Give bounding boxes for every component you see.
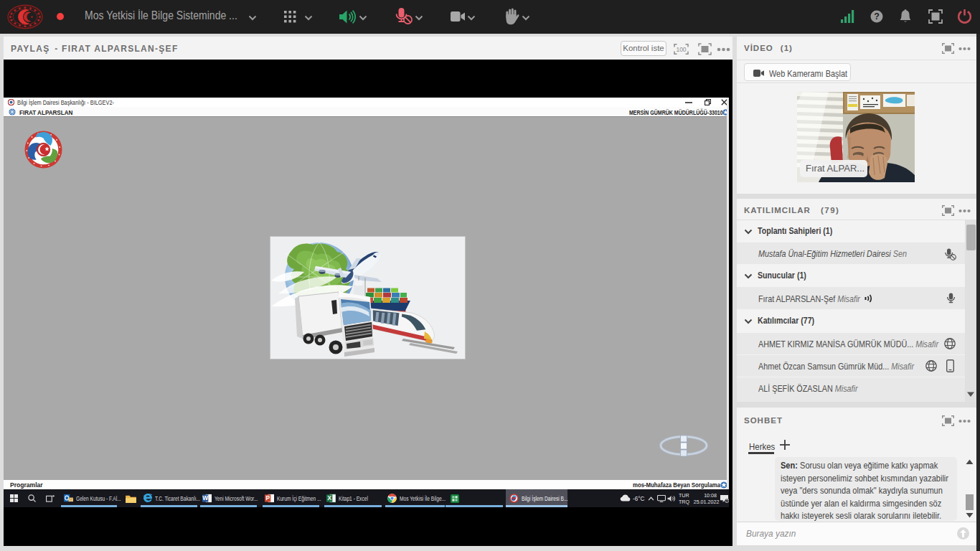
svg-text:X: X xyxy=(327,494,331,501)
svg-text:?: ? xyxy=(874,11,880,22)
svg-text:P: P xyxy=(265,494,270,501)
svg-text:W: W xyxy=(202,494,208,501)
svg-text:Fırat ALPAR...: Fırat ALPAR... xyxy=(806,163,864,174)
svg-text:100: 100 xyxy=(676,46,686,53)
svg-text:7: 7 xyxy=(726,498,728,502)
